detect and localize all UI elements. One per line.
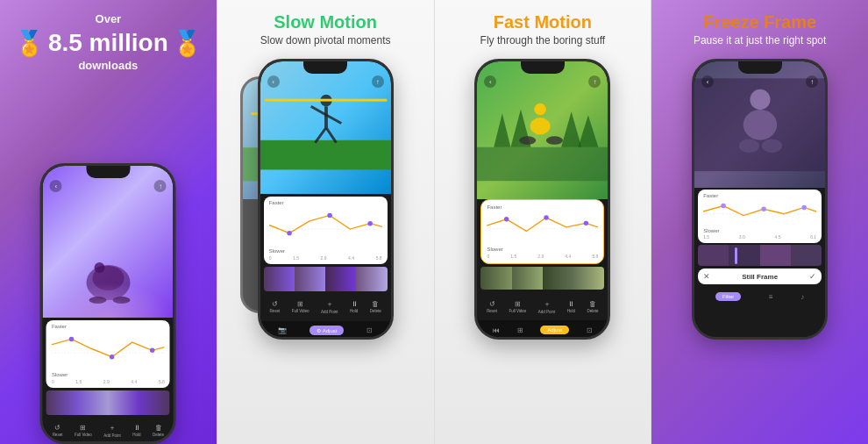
bottom-icon-2-3[interactable]: ⊞ [517, 326, 523, 334]
share-icon-3: ↑ [588, 75, 601, 88]
svg-point-36 [519, 136, 536, 145]
phone-video-4: ‹ ↑ [694, 61, 825, 188]
svg-rect-24 [264, 99, 386, 102]
svg-point-46 [762, 140, 782, 153]
back-icon-4: ‹ [701, 75, 714, 88]
svg-point-6 [110, 354, 115, 360]
phone-toolbar-2[interactable]: ↺ Reset ⊞ Full Video ＋ Add Point ⏸ [260, 293, 391, 321]
svg-point-40 [584, 221, 588, 226]
speed-graph-1 [52, 329, 165, 369]
share-icon: ↑ [154, 180, 167, 192]
still-frame-bar: ✕ Still Frame ✓ [698, 269, 822, 284]
phone-notch-2 [303, 61, 347, 74]
share-icon-2: ↑ [372, 75, 384, 88]
graph-slower-label-1: Slower [52, 372, 165, 377]
share-icon-4: ↑ [806, 75, 818, 88]
laurel-right-icon: 🏅 [172, 29, 203, 58]
badge-number: 8.5 million [48, 27, 168, 59]
phone-toolbar-3[interactable]: ↺ Reset ⊞ Full Video ＋ Add Point ⏸ [477, 292, 608, 320]
panel-slow-motion: Slow Motion Slow down pivotal moments [217, 0, 434, 444]
phone-video-2: ‹ ↑ [260, 61, 391, 194]
phone-mockup-4: ‹ ↑ Faster [692, 59, 828, 340]
phone-timeline-1 [46, 390, 170, 415]
adjust-button-3[interactable]: Adjust [540, 326, 569, 334]
svg-point-44 [743, 110, 777, 140]
svg-point-27 [367, 221, 373, 226]
still-x-icon[interactable]: ✕ [703, 272, 710, 281]
bottom-icon-3-3[interactable]: ⊡ [587, 326, 593, 334]
bottom-icon-1-3[interactable]: ⏮ [493, 326, 500, 334]
svg-point-5 [69, 336, 75, 341]
still-frame-timeline [698, 245, 822, 266]
panel-freeze-frame: Freeze Frame Pause it at just the right … [651, 0, 868, 444]
toolbar-addpoint-1[interactable]: ＋ Add Point [103, 423, 121, 438]
toolbar-hold-2[interactable]: ⏸ Hold [350, 300, 358, 313]
svg-line-20 [310, 106, 325, 115]
badge-downloads: downloads [78, 59, 138, 74]
speed-graph-2 [269, 205, 382, 245]
toolbar-reset-2[interactable]: ↺ Reset [269, 300, 280, 313]
toolbar-delete-3[interactable]: 🗑 Delete [587, 300, 599, 313]
laurel-left-icon: 🏅 [14, 29, 45, 58]
toolbar-fullvid-1[interactable]: ⊞ Full Video [75, 424, 92, 437]
panel-fast-motion: Fast Motion Fly through the boring stuff… [435, 0, 651, 444]
smoke-effect [43, 283, 174, 318]
bottom-icon-cam-2[interactable]: 📷 [278, 326, 287, 334]
freeze-frame-title: Freeze Frame [662, 12, 857, 32]
phone-mockup-3: ‹ ↑ [474, 59, 610, 340]
svg-point-39 [544, 215, 549, 219]
svg-point-38 [504, 217, 509, 221]
fast-motion-title: Fast Motion [445, 12, 641, 32]
toolbar-fullvid-2[interactable]: ⊞ Full Video [292, 300, 309, 313]
svg-marker-33 [579, 115, 599, 147]
phone-notch-4 [738, 61, 782, 74]
speed-graph-4 [703, 198, 816, 225]
filter-button-4[interactable]: Filter [715, 292, 741, 301]
svg-point-49 [802, 205, 808, 211]
svg-point-35 [530, 118, 551, 134]
svg-rect-29 [477, 147, 608, 181]
svg-rect-17 [260, 140, 391, 170]
phone-notch-3 [521, 61, 565, 74]
svg-point-47 [721, 204, 726, 209]
svg-point-25 [287, 231, 292, 236]
back-icon-2: ‹ [267, 75, 280, 88]
phone-timeline-3 [480, 267, 604, 290]
svg-point-43 [751, 90, 771, 110]
toolbar-hold-1[interactable]: ⏸ Hold [132, 424, 140, 437]
speed-graph-3 [487, 210, 598, 243]
back-icon-3: ‹ [484, 75, 496, 88]
timeline-thumb-1 [46, 390, 170, 415]
svg-point-45 [739, 140, 759, 153]
toolbar-reset-3[interactable]: ↺ Reset [487, 300, 497, 313]
phone-toolbar-1[interactable]: ↺ Reset ⊞ Full Video ＋ Add Point ⏸ [43, 417, 174, 441]
toolbar-hold-3[interactable]: ⏸ Hold [567, 300, 575, 313]
svg-point-48 [761, 207, 766, 212]
toolbar-reset-1[interactable]: ↺ Reset [53, 424, 63, 437]
panel-downloads: 🏅 Over 8.5 million downloads 🏅 [0, 0, 217, 444]
phone-timeline-2 [264, 267, 388, 291]
svg-point-7 [150, 347, 155, 353]
svg-point-26 [327, 212, 332, 218]
still-frame-label: Still Frame [742, 273, 778, 281]
music-icon-4[interactable]: ♪ [800, 293, 804, 301]
badge-over: Over [96, 12, 122, 27]
still-check-icon[interactable]: ✓ [809, 272, 816, 281]
slow-motion-title: Slow Motion [228, 12, 423, 32]
phone-notch-1 [86, 166, 130, 178]
svg-point-34 [535, 104, 546, 115]
svg-point-37 [546, 136, 563, 145]
toolbar-addpoint-2[interactable]: ＋ Add Point [321, 299, 338, 314]
toolbar-delete-2[interactable]: 🗑 Delete [370, 300, 381, 313]
toolbar-fullvid-3[interactable]: ⊞ Full Video [509, 300, 526, 313]
fast-motion-subtitle: Fly through the boring stuff [445, 34, 641, 47]
toolbar-addpoint-3[interactable]: ＋ Add Point [538, 299, 556, 314]
bottom-icon-square-2[interactable]: ⊡ [366, 326, 373, 334]
back-icon: ‹ [50, 180, 62, 192]
phone-video-1: ‹ ↑ [43, 166, 174, 318]
toolbar-delete-1[interactable]: 🗑 Delete [153, 424, 164, 437]
adjust-button-2[interactable]: ⚙ Adjust [309, 326, 345, 335]
svg-marker-30 [494, 113, 511, 147]
phone-video-3: ‹ ↑ [477, 61, 608, 199]
eq-icon-4[interactable]: ≡ [769, 293, 773, 301]
